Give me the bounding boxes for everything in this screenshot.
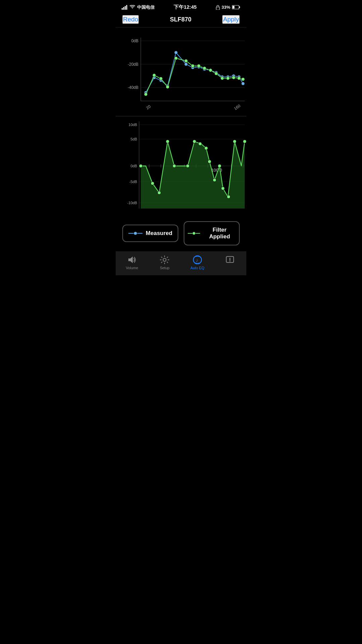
alert-icon <box>225 255 235 265</box>
svg-point-48 <box>237 76 241 80</box>
chart2-svg: 10dB 5dB 0dB -5dB -10dB 100.0 <box>116 116 246 215</box>
svg-point-38 <box>174 57 178 60</box>
wifi-icon <box>130 5 135 9</box>
battery-label: 33% <box>222 5 230 10</box>
status-left: 中国电信 <box>122 4 155 10</box>
svg-text:♪: ♪ <box>196 257 198 263</box>
svg-rect-7 <box>233 6 235 9</box>
filter-applied-legend-button[interactable]: Filter Applied <box>184 221 240 245</box>
filter-applied-line-icon <box>188 230 200 236</box>
svg-point-34 <box>144 93 147 96</box>
svg-rect-1 <box>123 7 124 10</box>
status-time: 下午12:45 <box>174 4 196 10</box>
svg-rect-0 <box>122 8 123 10</box>
svg-point-36 <box>159 77 163 80</box>
svg-point-37 <box>166 85 169 89</box>
svg-point-22 <box>174 51 178 54</box>
carrier-label: 中国电信 <box>137 4 155 10</box>
filter-applied-label: Filter Applied <box>203 227 236 240</box>
svg-point-33 <box>241 82 245 85</box>
svg-point-23 <box>184 63 188 66</box>
svg-point-88 <box>243 140 246 143</box>
tab-alert[interactable] <box>214 255 247 266</box>
lock-icon <box>216 5 220 10</box>
svg-rect-3 <box>126 5 127 10</box>
redo-button[interactable]: Redo <box>122 15 139 24</box>
svg-point-80 <box>198 142 202 145</box>
autoeq-tab-label: Auto EQ <box>190 266 204 270</box>
svg-point-84 <box>218 164 221 168</box>
svg-point-83 <box>213 178 216 182</box>
volume-tab-label: Volume <box>126 266 138 270</box>
apply-button[interactable]: Apply <box>222 15 240 24</box>
svg-point-73 <box>139 164 142 168</box>
measured-label: Measured <box>146 230 172 237</box>
svg-point-43 <box>209 69 212 72</box>
svg-point-99 <box>230 261 231 262</box>
charts-area: 0dB -20dB -40dB 20 160 <box>116 27 246 215</box>
nav-bar: Redo SLF870 Apply <box>116 12 246 27</box>
tab-bar: Volume Setup ♪ Auto EQ <box>116 251 246 275</box>
svg-rect-2 <box>125 6 126 10</box>
svg-point-77 <box>173 164 176 168</box>
svg-point-35 <box>153 73 156 77</box>
svg-point-40 <box>191 64 194 68</box>
frequency-response-chart[interactable]: 0dB -20dB -40dB 20 160 <box>116 27 246 116</box>
svg-point-74 <box>151 182 154 185</box>
tab-volume[interactable]: Volume <box>116 255 148 270</box>
svg-point-76 <box>166 140 169 143</box>
svg-point-78 <box>186 164 189 168</box>
svg-rect-6 <box>239 6 240 8</box>
battery-icon <box>232 5 240 9</box>
svg-text:0dB: 0dB <box>130 164 137 168</box>
eq-filter-chart[interactable]: 10dB 5dB 0dB -5dB -10dB 100.0 <box>116 116 246 215</box>
chart1-svg: 0dB -20dB -40dB 20 160 <box>116 27 246 116</box>
svg-point-81 <box>204 147 208 150</box>
svg-rect-4 <box>216 7 220 10</box>
svg-point-49 <box>241 77 245 81</box>
svg-point-86 <box>227 195 230 198</box>
svg-point-39 <box>184 59 188 63</box>
page-title: SLF870 <box>170 16 191 23</box>
measured-line-icon <box>128 230 142 236</box>
tab-autoeq[interactable]: ♪ Auto EQ <box>181 255 214 270</box>
svg-text:-40dB: -40dB <box>128 85 138 90</box>
svg-text:0dB: 0dB <box>131 39 138 43</box>
svg-point-85 <box>221 187 225 190</box>
svg-text:5dB: 5dB <box>130 137 137 141</box>
measured-legend-button[interactable]: Measured <box>122 225 178 242</box>
setup-tab-label: Setup <box>160 266 170 270</box>
svg-text:10dB: 10dB <box>128 123 137 127</box>
svg-point-47 <box>232 76 235 79</box>
status-bar: 中国电信 下午12:45 33% <box>116 0 246 12</box>
legend-bar: Measured Filter Applied <box>116 215 246 251</box>
svg-text:-10dB: -10dB <box>127 201 137 205</box>
svg-point-92 <box>192 232 195 235</box>
svg-point-44 <box>215 72 218 75</box>
svg-point-75 <box>158 191 161 194</box>
svg-point-94 <box>163 258 166 261</box>
svg-point-87 <box>233 140 236 143</box>
status-right: 33% <box>216 5 240 10</box>
setup-icon <box>160 255 170 265</box>
svg-text:160: 160 <box>233 103 241 111</box>
signal-icon <box>122 5 128 10</box>
svg-point-46 <box>226 76 230 80</box>
svg-point-79 <box>193 140 196 143</box>
svg-text:20: 20 <box>145 104 152 110</box>
tab-setup[interactable]: Setup <box>148 255 181 270</box>
svg-marker-93 <box>128 256 133 263</box>
svg-text:-20dB: -20dB <box>128 62 138 67</box>
svg-point-90 <box>134 232 137 235</box>
svg-point-45 <box>221 76 224 80</box>
svg-point-82 <box>208 160 211 163</box>
svg-point-41 <box>197 64 200 68</box>
svg-text:-5dB: -5dB <box>129 180 137 184</box>
svg-point-42 <box>203 67 206 70</box>
volume-icon <box>127 255 137 265</box>
autoeq-icon: ♪ <box>192 255 202 265</box>
